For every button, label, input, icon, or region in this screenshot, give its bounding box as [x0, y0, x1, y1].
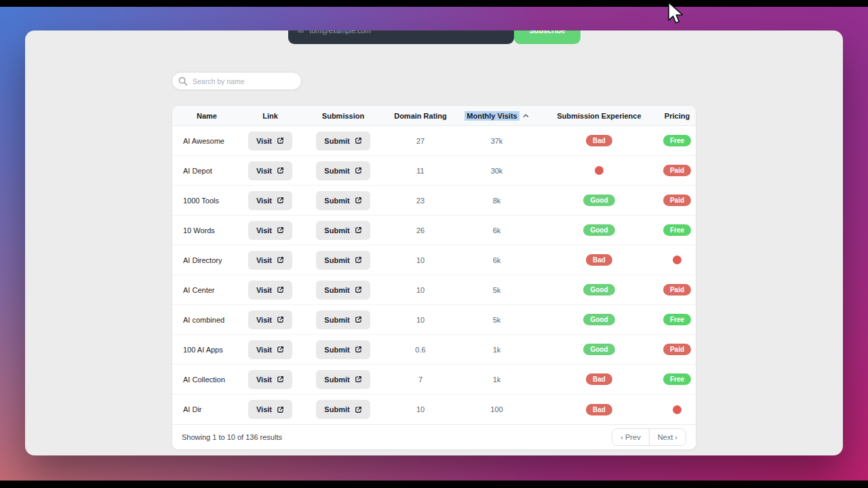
prev-page-button[interactable]: ‹ Prev — [612, 429, 648, 445]
row-name: AI combined — [172, 316, 241, 324]
row-name: AI Awesome — [172, 137, 241, 145]
external-link-icon — [355, 137, 362, 144]
table-row: AI Depot Visit Submit 11 30k Paid — [172, 156, 696, 186]
experience-badge: Good — [583, 314, 614, 325]
submit-button[interactable]: Submit — [316, 191, 370, 210]
email-field[interactable]: ✉ tom@example.com — [288, 30, 514, 44]
submit-button[interactable]: Submit — [316, 131, 370, 150]
monthly-visits-value: 1k — [454, 375, 540, 384]
column-header-name[interactable]: Name — [172, 112, 241, 120]
table-header-row: Name Link Submission Domain Rating Month… — [172, 106, 696, 126]
external-link-icon — [277, 375, 284, 383]
submit-button[interactable]: Submit — [316, 221, 370, 240]
pagination: ‹ Prev Next › — [612, 428, 686, 446]
pricing-badge: Free — [663, 373, 691, 385]
row-name: 10 Words — [172, 226, 241, 235]
monthly-visits-value: 100 — [454, 405, 540, 413]
visit-button[interactable]: Visit — [248, 400, 292, 419]
external-link-icon — [277, 316, 284, 323]
external-link-icon — [355, 197, 362, 204]
visit-button[interactable]: Visit — [248, 131, 292, 150]
desktop-background: ✉ tom@example.com Subscribe Name Link Su… — [0, 0, 868, 488]
external-link-icon — [355, 406, 362, 413]
submit-button[interactable]: Submit — [316, 400, 370, 419]
column-header-submission[interactable]: Submission — [299, 112, 387, 120]
table-row: AI Awesome Visit Submit 27 37k Bad Free — [172, 126, 696, 156]
external-link-icon — [355, 256, 362, 264]
column-header-link[interactable]: Link — [241, 112, 299, 120]
pricing-badge: Paid — [663, 195, 691, 206]
external-link-icon — [277, 226, 284, 234]
pricing-badge: Free — [663, 224, 691, 236]
directory-table: Name Link Submission Domain Rating Month… — [172, 105, 696, 450]
app-window: ✉ tom@example.com Subscribe Name Link Su… — [25, 30, 843, 455]
monthly-visits-value: 5k — [454, 316, 540, 324]
domain-rating-value: 10 — [387, 286, 454, 294]
external-link-icon — [277, 167, 284, 174]
pricing-badge: Free — [663, 314, 691, 325]
row-name: 100 AI Apps — [172, 346, 241, 354]
column-header-monthly-visits[interactable]: Monthly Visits — [454, 112, 540, 120]
submit-button[interactable]: Submit — [316, 340, 370, 359]
pricing-badge: Paid — [663, 344, 691, 355]
external-link-icon — [277, 286, 284, 293]
subscribe-button[interactable]: Subscribe — [514, 30, 580, 44]
submit-button[interactable]: Submit — [316, 370, 370, 389]
submit-button[interactable]: Submit — [316, 281, 370, 300]
column-header-submission-experience[interactable]: Submission Experience — [540, 112, 658, 120]
external-link-icon — [355, 316, 362, 323]
monthly-visits-value: 30k — [454, 167, 540, 175]
letterbox-bottom — [0, 481, 868, 488]
visit-button[interactable]: Visit — [248, 370, 292, 389]
table-row: 10 Words Visit Submit 26 6k Good Free — [172, 216, 696, 245]
visit-button[interactable]: Visit — [248, 340, 292, 359]
pricing-dot — [673, 405, 682, 414]
row-name: AI Directory — [172, 256, 241, 264]
visit-button[interactable]: Visit — [248, 281, 292, 300]
visit-button[interactable]: Visit — [248, 251, 292, 270]
visit-button[interactable]: Visit — [248, 161, 292, 180]
pricing-badge: Paid — [663, 165, 691, 176]
letterbox-top — [0, 0, 868, 7]
row-name: 1000 Tools — [172, 197, 241, 205]
monthly-visits-value: 6k — [454, 256, 540, 264]
monthly-visits-value: 37k — [454, 137, 540, 145]
column-header-pricing[interactable]: Pricing — [658, 112, 696, 120]
submit-button[interactable]: Submit — [316, 251, 370, 270]
monthly-visits-value: 5k — [454, 286, 540, 294]
visit-button[interactable]: Visit — [248, 221, 292, 240]
submit-button[interactable]: Submit — [316, 310, 370, 329]
external-link-icon — [355, 167, 362, 174]
pricing-badge: Free — [663, 135, 691, 146]
search-icon — [178, 77, 188, 86]
column-header-domain-rating[interactable]: Domain Rating — [387, 112, 454, 120]
domain-rating-value: 26 — [387, 226, 454, 235]
external-link-icon — [355, 226, 362, 234]
caret-up-icon — [523, 113, 529, 118]
next-page-button[interactable]: Next › — [649, 429, 686, 445]
selected-header-text: Monthly Visits — [465, 111, 519, 121]
visit-button[interactable]: Visit — [248, 310, 292, 329]
external-link-icon — [277, 137, 284, 144]
experience-badge: Good — [583, 195, 614, 206]
external-link-icon — [277, 346, 284, 353]
table-row: 1000 Tools Visit Submit 23 8k Good Paid — [172, 186, 696, 216]
email-field-value: tom@example.com — [309, 30, 371, 35]
table-row: AI Directory Visit Submit 10 6k Bad — [172, 245, 696, 275]
visit-button[interactable]: Visit — [248, 191, 292, 210]
pricing-dot — [673, 256, 682, 264]
envelope-icon: ✉ — [298, 30, 304, 35]
table-row: AI Collection Visit Submit 7 1k Bad Free — [172, 365, 696, 394]
experience-badge: Bad — [586, 135, 612, 146]
experience-badge: Bad — [586, 254, 612, 266]
domain-rating-value: 11 — [387, 167, 454, 175]
experience-badge: Good — [583, 344, 614, 355]
experience-dot — [595, 166, 604, 175]
search-input[interactable] — [172, 72, 302, 90]
row-name: AI Center — [172, 286, 241, 294]
monthly-visits-value: 8k — [454, 197, 540, 205]
submit-button[interactable]: Submit — [316, 161, 370, 180]
search-box — [172, 72, 302, 90]
table-body: AI Awesome Visit Submit 27 37k Bad Free … — [172, 126, 696, 424]
experience-badge: Bad — [586, 404, 612, 415]
